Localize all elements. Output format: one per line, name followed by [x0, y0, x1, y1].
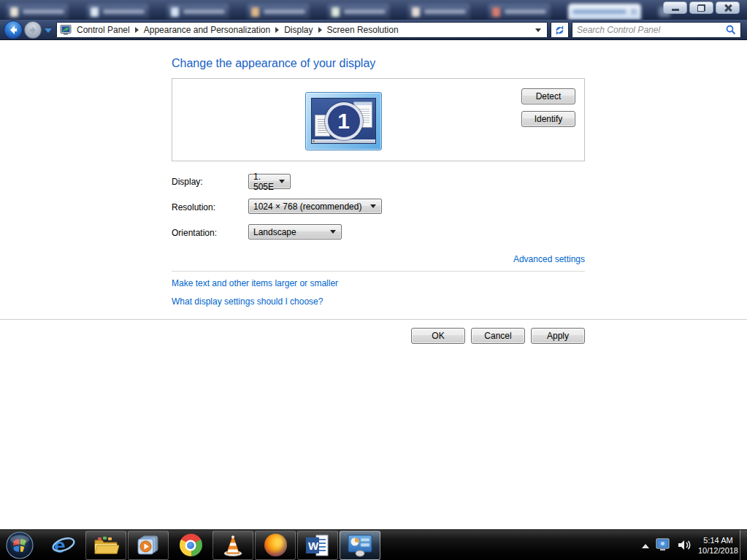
volume-icon[interactable] — [678, 539, 692, 551]
ok-button[interactable]: OK — [411, 328, 465, 344]
windows-start-icon — [6, 532, 34, 559]
display-select[interactable]: 1. 505E — [248, 174, 291, 189]
svg-text:e: e — [54, 534, 66, 557]
breadcrumb-item-display[interactable]: Display — [284, 25, 313, 35]
search-input[interactable] — [577, 25, 726, 35]
background-tab[interactable] — [86, 4, 149, 20]
identify-button[interactable]: Identify — [521, 111, 575, 127]
close-icon — [724, 4, 732, 12]
display-settings-icon — [346, 534, 374, 557]
tab-favicon-icon — [251, 7, 259, 17]
chevron-down-icon — [279, 180, 285, 183]
breadcrumb-item-screen-resolution[interactable]: Screen Resolution — [327, 25, 399, 35]
page-title: Change the appearance of your display — [172, 57, 375, 70]
display-value: 1. 505E — [253, 172, 279, 192]
tray-network-display-icon[interactable] — [656, 538, 671, 552]
tab-favicon-icon — [10, 7, 18, 17]
orientation-value: Landscape — [253, 227, 296, 237]
screen-resolution-page: Change the appearance of your display 1 … — [0, 40, 747, 529]
breadcrumb-item-control-panel[interactable]: Control Panel — [77, 25, 130, 35]
apply-button[interactable]: Apply — [531, 328, 585, 344]
taskbar-item-word[interactable]: W — [297, 531, 338, 560]
cancel-button[interactable]: Cancel — [471, 328, 525, 344]
back-arrow-icon — [8, 25, 18, 35]
tab-close-icon[interactable] — [631, 9, 637, 15]
minimize-icon — [672, 9, 679, 11]
internet-explorer-icon: e — [51, 534, 76, 557]
background-tab[interactable] — [407, 4, 470, 20]
monitor-preview[interactable]: 1 — [305, 92, 382, 150]
dialog-buttons: OK Cancel Apply — [411, 328, 585, 344]
system-tray: 5:14 AM 10/12/2018 — [642, 530, 738, 560]
taskbar-item-internet-explorer[interactable]: e — [43, 531, 84, 560]
background-tab[interactable] — [327, 4, 390, 20]
chrome-icon — [180, 534, 202, 556]
word-icon: W — [305, 534, 330, 557]
tab-favicon-icon — [91, 7, 99, 17]
restore-button[interactable] — [689, 1, 713, 14]
refresh-button[interactable] — [551, 22, 569, 38]
chevron-down-icon — [330, 230, 336, 234]
taskbar-item-vlc[interactable] — [212, 531, 253, 560]
tab-favicon-icon — [332, 7, 340, 17]
mini-taskbar — [312, 139, 375, 143]
recent-pages-dropdown-icon[interactable] — [45, 28, 52, 33]
desktop: Control Panel Appearance and Personaliza… — [0, 0, 747, 560]
section-divider — [172, 271, 585, 272]
make-text-larger-link[interactable]: Make text and other items larger or smal… — [172, 278, 338, 288]
resolution-select[interactable]: 1024 × 768 (recommended) — [248, 199, 382, 214]
taskbar-item-chrome[interactable] — [170, 531, 211, 560]
footer-divider — [0, 319, 747, 320]
restore-icon — [697, 4, 705, 12]
advanced-settings-link[interactable]: Advanced settings — [172, 254, 585, 264]
monitor-screen: 1 — [311, 98, 376, 144]
clock-time: 5:14 AM — [698, 535, 738, 545]
show-hidden-icons-icon[interactable] — [642, 544, 649, 548]
mini-start-orb-icon — [313, 140, 315, 142]
breadcrumb-separator-icon — [275, 27, 279, 33]
display-settings-help-link[interactable]: What display settings should I choose? — [172, 296, 323, 307]
detect-button[interactable]: Detect — [521, 88, 575, 104]
tab-favicon-icon — [412, 7, 420, 17]
background-tab-active[interactable] — [568, 4, 641, 20]
taskbar: e — [0, 529, 747, 560]
address-bar[interactable]: Control Panel Appearance and Personaliza… — [56, 22, 548, 38]
folder-icon — [93, 534, 119, 556]
background-tab[interactable] — [247, 4, 310, 20]
firefox-icon — [264, 534, 287, 556]
taskbar-item-windows-explorer[interactable] — [85, 531, 126, 560]
resolution-value: 1024 × 768 (recommended) — [253, 202, 361, 212]
breadcrumb-separator-icon — [318, 27, 322, 33]
monitor-preview-panel: 1 Detect Identify — [172, 78, 585, 161]
close-button[interactable] — [716, 1, 740, 14]
search-icon[interactable] — [726, 25, 736, 35]
taskbar-item-media-player[interactable] — [128, 531, 169, 560]
taskbar-clock[interactable]: 5:14 AM 10/12/2018 — [698, 535, 738, 556]
tab-favicon-icon — [492, 7, 500, 17]
monitor-number-badge: 1 — [325, 102, 363, 140]
titlebar — [0, 0, 747, 20]
orientation-select[interactable]: Landscape — [248, 224, 342, 239]
taskbar-item-display-settings[interactable] — [340, 531, 380, 560]
background-tab[interactable] — [6, 4, 69, 20]
taskbar-item-firefox[interactable] — [255, 531, 296, 560]
show-desktop-button[interactable] — [740, 530, 747, 560]
resolution-label: Resolution: — [172, 202, 215, 212]
window-controls — [663, 1, 740, 14]
background-tab[interactable] — [488, 4, 551, 20]
minimize-button[interactable] — [663, 1, 687, 14]
breadcrumb-separator-icon — [135, 27, 139, 33]
breadcrumb: Control Panel Appearance and Personaliza… — [77, 25, 399, 35]
media-player-icon — [137, 534, 160, 556]
address-dropdown-icon[interactable] — [535, 28, 541, 32]
start-button[interactable] — [3, 531, 37, 560]
forward-arrow-icon — [28, 26, 38, 35]
taskbar-buttons: e — [0, 530, 381, 560]
breadcrumb-item-appearance[interactable]: Appearance and Personalization — [144, 25, 270, 35]
background-tab[interactable] — [166, 4, 229, 20]
forward-button[interactable] — [24, 21, 42, 39]
svg-text:W: W — [308, 540, 319, 552]
tab-favicon-icon — [171, 7, 179, 17]
back-button[interactable] — [4, 20, 23, 39]
chevron-down-icon — [370, 204, 376, 208]
